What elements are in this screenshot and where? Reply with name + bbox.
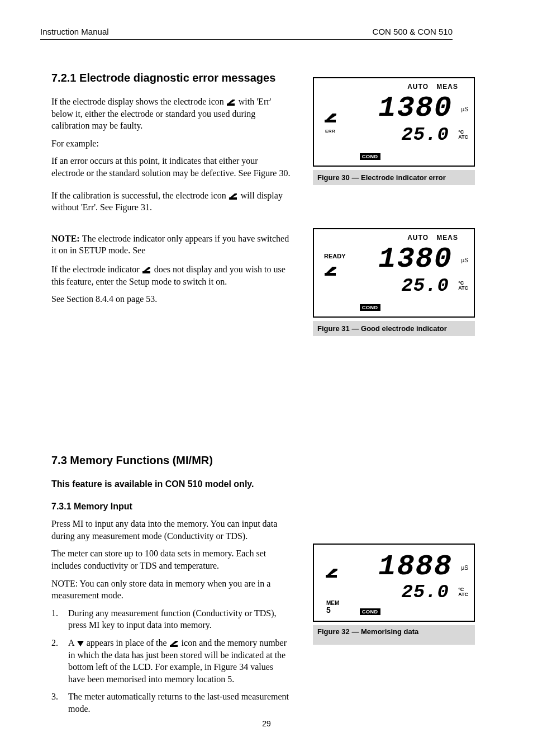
step-num: 3. [51, 691, 58, 703]
lcd-meas: MEAS [436, 83, 458, 91]
s721-p5a: If the electrode indicator [51, 264, 142, 274]
lcd-err-text: ERR [325, 129, 335, 134]
s721-p1: If the electrode display shows the elect… [51, 96, 292, 132]
s73-p1: Press MI to input any data into the memo… [51, 518, 292, 542]
step2-a: A [68, 638, 77, 648]
triangle-down-icon [77, 640, 84, 647]
s721-p5: If the electrode indicator does not disp… [51, 263, 292, 287]
s73-p2: The meter can store up to 100 data sets … [51, 547, 292, 571]
electrode-icon [229, 192, 239, 200]
s73-p3: NOTE: You can only store data in memory … [51, 578, 292, 602]
figure-mem-caption: Figure 32 — Memorising data [313, 625, 475, 645]
header-rule [40, 39, 453, 40]
step-text: During any measurement function (Conduct… [68, 608, 277, 630]
svg-rect-1 [229, 197, 237, 200]
electrode-icon [226, 98, 236, 106]
s721-note-a: NOTE: [51, 234, 82, 243]
electrode-icon [324, 265, 339, 278]
svg-rect-3 [325, 120, 336, 122]
figure-30-caption: Figure 30 — Electrode indicator error [313, 170, 475, 185]
header-model: CON 500 & CON 510 [373, 27, 453, 36]
s721-note: NOTE: The electrode indicator only appea… [51, 233, 292, 257]
figure-31-lcd: AUTO MEAS READY 1380 µS 25.0 °C ATC COND [313, 228, 475, 318]
lcd-sec-unit: °C ATC [458, 130, 468, 140]
lcd-main-unit: µS [461, 257, 468, 263]
svg-rect-6 [326, 575, 337, 578]
lcd-mem: MEM 5 [326, 601, 339, 614]
lcd-auto: AUTO [407, 83, 429, 91]
step-num: 1. [51, 607, 58, 620]
lcd-mode: COND [360, 304, 380, 311]
s73-step2: 2. A appears in place of the icon and th… [51, 637, 292, 685]
electrode-icon [169, 640, 179, 648]
electrode-icon [324, 112, 339, 125]
lcd-mode: COND [360, 608, 380, 615]
s721-p2: For example: [51, 138, 292, 150]
svg-rect-2 [142, 271, 150, 273]
lcd-sec-value: 25.0 [401, 582, 449, 603]
figure-31-caption: Figure 31 — Good electrode indicator [313, 321, 475, 336]
figure-30-lcd: AUTO MEAS 1380 µS 25.0 °C ATC ERR COND [313, 77, 475, 167]
lcd-main-value: 1380 [378, 243, 453, 276]
svg-rect-0 [227, 103, 235, 106]
lcd-main-unit: µS [461, 106, 468, 112]
section-721-title: 7.2.1 Electrode diagnostic error message… [51, 70, 292, 86]
svg-rect-5 [170, 645, 178, 647]
lcd-mode: COND [360, 153, 380, 160]
section-73-title: 7.3 Memory Functions (MI/MR) [51, 453, 292, 468]
s721-p4a: If the calibration is successful, the el… [51, 191, 229, 200]
s721-p4: If the calibration is successful, the el… [51, 190, 292, 214]
lcd-auto: AUTO [407, 234, 429, 242]
figure-mem-lcd: 1888 µS 25.0 °C ATC MEM 5 COND [313, 544, 475, 622]
step-text: The meter automatically returns to the l… [68, 692, 289, 714]
lcd-top-row: AUTO MEAS [402, 83, 458, 91]
step-num: 2. [51, 637, 58, 649]
lcd-sec-value: 25.0 [401, 275, 449, 296]
lcd-main-value: 1888 [378, 550, 453, 583]
s73-intro: This feature is available in CON 510 mod… [51, 478, 292, 490]
lcd-top-row: AUTO MEAS [402, 234, 458, 242]
svg-rect-4 [325, 273, 336, 276]
lcd-main-value: 1380 [378, 92, 453, 125]
header-doc-title: Instruction Manual [40, 27, 109, 36]
s721-note-b: The electrode indicator only appears if … [51, 234, 289, 256]
lcd-sec-unit: °C ATC [458, 587, 468, 597]
lcd-sec-value: 25.0 [401, 124, 449, 145]
electrode-icon [142, 266, 152, 274]
s73-step1: 1. During any measurement function (Cond… [51, 607, 292, 631]
lcd-ready: READY [324, 253, 346, 259]
lcd-sec-unit: °C ATC [458, 281, 468, 291]
step2-b: appears in place of the [87, 638, 169, 648]
s731-title: 7.3.1 Memory Input [51, 500, 292, 513]
lcd-main-unit: µS [461, 565, 468, 571]
s73-step3: 3. The meter automatically returns to th… [51, 691, 292, 715]
lcd-mem-num: 5 [326, 606, 331, 615]
s721-p6: See Section 8.4.4 on page 53. [51, 293, 292, 305]
s721-p1a: If the electrode display shows the elect… [51, 97, 226, 106]
electrode-icon [325, 567, 340, 580]
lcd-meas: MEAS [436, 234, 458, 242]
s721-p3: If an error occurs at this point, it ind… [51, 155, 292, 179]
page-number: 29 [0, 719, 533, 728]
